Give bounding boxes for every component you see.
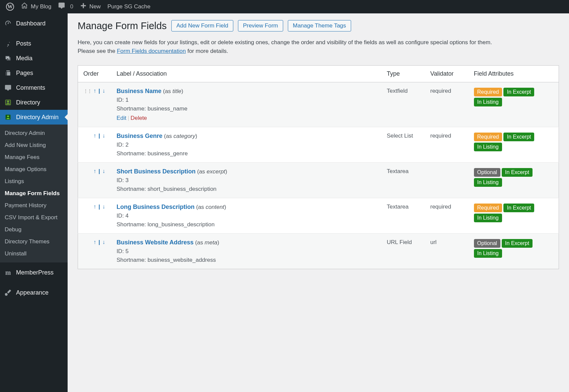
submenu-item[interactable]: Listings <box>0 175 68 187</box>
move-up-icon[interactable]: ↑ <box>93 239 97 245</box>
menu-media[interactable]: Media <box>0 51 68 66</box>
field-shortname: Shortname: business_genre <box>116 150 376 157</box>
col-validator[interactable]: Validator <box>425 65 469 82</box>
submenu-item[interactable]: Directory Themes <box>0 236 68 248</box>
field-attributes: RequiredIn ExcerptIn Listing <box>469 198 559 233</box>
attribute-badge: In Excerpt <box>502 168 533 177</box>
field-association: (as category) <box>162 133 197 139</box>
menu-dashboard[interactable]: Dashboard <box>0 16 68 31</box>
memberpress-icon: m <box>4 268 12 277</box>
menu-directory-admin[interactable]: Directory Admin <box>0 110 68 125</box>
move-down-icon[interactable]: ↓ <box>102 133 106 139</box>
field-association: (as excerpt) <box>195 168 227 175</box>
attribute-badge: Optional <box>474 168 501 177</box>
move-down-icon[interactable]: ↓ <box>102 168 106 174</box>
menu-appearance[interactable]: Appearance <box>0 285 68 300</box>
page-title: Manage Form Fields <box>78 20 167 31</box>
move-down-icon[interactable]: ↓ <box>102 204 106 210</box>
purge-cache-link[interactable]: Purge SG Cache <box>104 0 154 13</box>
col-type[interactable]: Type <box>382 65 425 82</box>
menu-memberpress[interactable]: m MemberPress <box>0 265 68 280</box>
field-shortname: Shortname: short_business_description <box>116 186 376 192</box>
site-link[interactable]: My Blog <box>17 0 55 13</box>
submenu-item[interactable]: Add New Listing <box>0 139 68 151</box>
submenu-item[interactable]: Manage Fees <box>0 151 68 163</box>
move-down-icon[interactable]: ↓ <box>102 239 106 245</box>
menu-posts[interactable]: Posts <box>0 36 68 51</box>
field-attributes: RequiredIn ExcerptIn Listing <box>469 82 559 127</box>
field-validator: required <box>425 198 469 233</box>
comment-icon <box>4 84 12 92</box>
new-content-link[interactable]: New <box>77 0 104 13</box>
field-label-link[interactable]: Short Business Description <box>116 168 195 175</box>
wp-logo-menu[interactable]: W <box>3 0 17 13</box>
order-controls: ⋮⋮↑ | ↓ <box>83 88 106 94</box>
form-fields-table: Order Label / Association Type Validator… <box>78 65 559 269</box>
attribute-badge: In Listing <box>474 143 502 151</box>
site-title: My Blog <box>31 3 51 10</box>
plus-icon <box>80 2 87 11</box>
menu-pages[interactable]: Pages <box>0 66 68 80</box>
submenu-item[interactable]: Manage Options <box>0 163 68 175</box>
field-label-link[interactable]: Long Business Description <box>116 204 194 210</box>
attribute-badge: In Listing <box>474 249 502 258</box>
field-validator <box>425 162 469 198</box>
add-new-form-field-button[interactable]: Add New Form Field <box>171 20 233 31</box>
field-id: ID: 3 <box>116 177 376 184</box>
table-row: ↑ | ↓Short Business Description (as exce… <box>78 162 559 198</box>
col-order[interactable]: Order <box>78 65 111 82</box>
field-id: ID: 5 <box>116 248 376 255</box>
docs-link[interactable]: Form Fields documentation <box>117 48 186 54</box>
drag-handle-icon[interactable]: ⋮⋮ <box>83 88 91 94</box>
move-up-icon[interactable]: ↑ <box>93 133 97 139</box>
admin-sidebar: Dashboard Posts Media Pages Comments <box>0 13 68 392</box>
edit-link[interactable]: Edit <box>116 115 126 121</box>
move-up-icon[interactable]: ↑ <box>93 88 97 94</box>
col-label[interactable]: Label / Association <box>111 65 381 82</box>
preview-form-button[interactable]: Preview Form <box>238 20 283 31</box>
field-id: ID: 1 <box>116 97 376 103</box>
divider: | <box>97 239 102 245</box>
menu-directory[interactable]: Directory <box>0 95 68 110</box>
submenu: Directory AdminAdd New ListingManage Fee… <box>0 125 68 262</box>
attribute-badge: In Listing <box>474 98 502 106</box>
manage-theme-tags-button[interactable]: Manage Theme Tags <box>288 20 351 31</box>
field-label-link[interactable]: Business Website Address <box>116 239 193 246</box>
field-type: Select List <box>382 127 425 162</box>
field-type: Textfield <box>382 82 425 127</box>
submenu-item[interactable]: Payment History <box>0 200 68 212</box>
submenu-item[interactable]: Directory Admin <box>0 127 68 139</box>
order-controls: ↑ | ↓ <box>93 204 106 210</box>
field-id: ID: 2 <box>116 142 376 148</box>
content-area: Manage Form Fields Add New Form Field Pr… <box>68 13 569 392</box>
move-down-icon[interactable]: ↓ <box>102 88 106 94</box>
attribute-badge: In Listing <box>474 178 502 187</box>
submenu-item[interactable]: Uninstall <box>0 248 68 260</box>
field-validator: required <box>425 82 469 127</box>
new-label: New <box>89 3 101 10</box>
field-label-link[interactable]: Business Name <box>116 88 161 94</box>
divider: | <box>97 204 102 210</box>
field-shortname: Shortname: long_business_description <box>116 221 376 228</box>
field-association: (as title) <box>161 88 183 94</box>
table-row: ↑ | ↓Long Business Description (as conte… <box>78 198 559 233</box>
directory-admin-icon <box>4 113 12 121</box>
field-label-link[interactable]: Business Genre <box>116 133 162 139</box>
order-controls: ↑ | ↓ <box>93 239 106 245</box>
submenu-item[interactable]: CSV Import & Export <box>0 212 68 224</box>
divider: | <box>97 133 102 139</box>
attribute-badge: Required <box>474 133 502 141</box>
move-up-icon[interactable]: ↑ <box>93 204 97 210</box>
page-header: Manage Form Fields Add New Form Field Pr… <box>78 20 559 31</box>
table-row: ↑ | ↓Business Genre (as category)ID: 2Sh… <box>78 127 559 162</box>
submenu-item[interactable]: Debug <box>0 224 68 236</box>
comments-count: 0 <box>70 3 73 10</box>
table-row: ⋮⋮↑ | ↓Business Name (as title)ID: 1Shor… <box>78 82 559 127</box>
col-attrs[interactable]: Field Attributes <box>469 65 559 82</box>
submenu-item[interactable]: Manage Form Fields <box>0 187 68 200</box>
comments-link[interactable]: 0 <box>55 0 76 13</box>
order-controls: ↑ | ↓ <box>93 168 106 174</box>
delete-link[interactable]: Delete <box>131 115 147 121</box>
menu-comments[interactable]: Comments <box>0 80 68 95</box>
move-up-icon[interactable]: ↑ <box>93 168 97 174</box>
